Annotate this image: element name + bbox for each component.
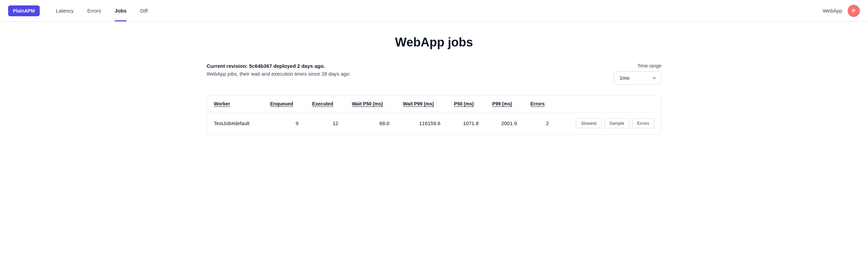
col-header-wait-p50[interactable]: Wait P50 (ms) [345, 96, 396, 112]
table-header-row: Worker Enqueued Executed Wait P50 (ms) W… [207, 96, 661, 112]
cell-wait-p99: 116159.6 [396, 112, 447, 135]
col-header-enqueued[interactable]: Enqueued [263, 96, 305, 112]
col-header-worker[interactable]: Worker [207, 96, 263, 112]
jobs-table: Worker Enqueued Executed Wait P50 (ms) W… [207, 96, 661, 134]
nav-links: Latency Errors Jobs Diff [51, 0, 153, 21]
cell-p50: 1071.8 [447, 112, 486, 135]
table-row: TestJob#default 9 12 68.0 116159.6 1071.… [207, 112, 661, 135]
nav-link-errors[interactable]: Errors [82, 0, 107, 21]
col-header-p99[interactable]: P99 (ms) [486, 96, 524, 112]
col-header-errors[interactable]: Errors [524, 96, 555, 112]
col-header-actions [555, 96, 661, 112]
main-content: WebApp jobs Current revision: 5c64b367 d… [180, 22, 688, 148]
cell-wait-p50: 68.0 [345, 112, 396, 135]
time-range-select[interactable]: 1h 6h 24h 7d 1mo 3mo [614, 71, 661, 84]
cell-p99: 2001.9 [486, 112, 524, 135]
logo-button[interactable]: PlainAPM [8, 5, 40, 16]
slowest-button[interactable]: Slowest [576, 118, 602, 128]
action-buttons: Slowest Sample Errors [562, 118, 654, 128]
page-title: WebApp jobs [207, 35, 661, 50]
cell-enqueued: 9 [263, 112, 305, 135]
errors-button[interactable]: Errors [632, 118, 654, 128]
cell-worker: TestJob#default [207, 112, 263, 135]
nav-link-jobs[interactable]: Jobs [109, 0, 132, 21]
info-section: Current revision: 5c64b367 deployed 2 da… [207, 63, 661, 84]
sample-button[interactable]: Sample [604, 118, 629, 128]
time-range-label: Time range [638, 63, 661, 69]
col-header-wait-p99[interactable]: Wait P99 (ms) [396, 96, 447, 112]
info-left: Current revision: 5c64b367 deployed 2 da… [207, 63, 351, 77]
current-revision: Current revision: 5c64b367 deployed 2 da… [207, 63, 351, 69]
col-header-p50[interactable]: P50 (ms) [447, 96, 486, 112]
user-avatar[interactable]: P [848, 5, 860, 17]
jobs-table-wrapper: Worker Enqueued Executed Wait P50 (ms) W… [207, 95, 661, 135]
nav-link-latency[interactable]: Latency [51, 0, 79, 21]
col-header-executed[interactable]: Executed [305, 96, 345, 112]
time-range-section: Time range 1h 6h 24h 7d 1mo 3mo [614, 63, 661, 84]
navbar: PlainAPM Latency Errors Jobs Diff WebApp… [0, 0, 868, 22]
nav-link-diff[interactable]: Diff [135, 0, 153, 21]
nav-right: WebApp P [823, 5, 860, 17]
cell-executed: 12 [305, 112, 345, 135]
description-text: WebApp jobs, their wait and execution ti… [207, 71, 351, 77]
cell-errors: 2 [524, 112, 555, 135]
cell-actions: Slowest Sample Errors [555, 112, 661, 135]
nav-app-name: WebApp [823, 8, 842, 14]
